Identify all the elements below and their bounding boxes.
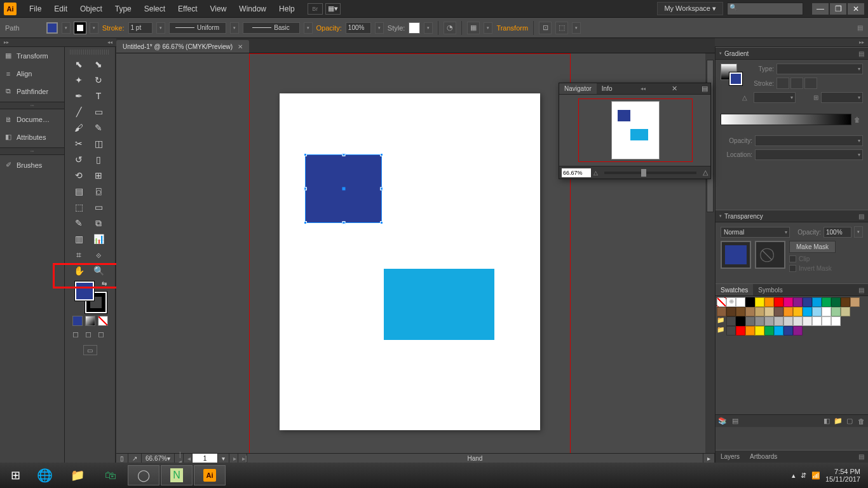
tool-12-0[interactable]: ⌗: [70, 248, 88, 262]
panel-pathfinder[interactable]: ⧉Pathfinder: [0, 83, 64, 100]
tool-2-0[interactable]: ✒: [70, 89, 88, 103]
swatch[interactable]: [841, 297, 850, 307]
panel-align[interactable]: ≡Align: [0, 65, 64, 83]
panel-menu-icon[interactable]: ▤: [855, 287, 868, 294]
tool-6-0[interactable]: ↺: [70, 152, 88, 166]
panel-brushes[interactable]: ✐Brushes: [0, 156, 64, 174]
window-restore-button[interactable]: ❐: [830, 3, 846, 15]
zoom-in-icon[interactable]: △: [703, 168, 708, 177]
swatch[interactable]: [774, 297, 783, 307]
swatch[interactable]: [726, 326, 736, 336]
view-export-icon[interactable]: ↗: [128, 454, 142, 463]
tool-0-0[interactable]: ⬉: [70, 57, 88, 71]
grad-stroke-in-icon[interactable]: [776, 78, 789, 89]
swatch[interactable]: [850, 297, 860, 307]
tray-more-icon[interactable]: ▴: [792, 471, 796, 480]
transparency-thumb[interactable]: [721, 241, 751, 269]
arrange-docs-icon[interactable]: ▦▾: [325, 3, 341, 15]
taskbar-illustrator-icon[interactable]: Ai: [194, 465, 226, 485]
swatch[interactable]: [803, 297, 812, 307]
left-dock-header[interactable]: ▸▸◂◂: [0, 38, 116, 47]
swatch[interactable]: [793, 316, 803, 326]
window-minimize-button[interactable]: —: [812, 3, 829, 15]
color-mode-icon[interactable]: [72, 316, 83, 326]
swatch[interactable]: [755, 316, 764, 326]
swatch[interactable]: [745, 307, 755, 316]
tab-artboards[interactable]: Artboards: [745, 451, 782, 463]
navigator-zoom-input[interactable]: 66.67%: [562, 168, 591, 177]
bridge-icon[interactable]: Br: [308, 3, 323, 15]
menu-view[interactable]: View: [204, 2, 233, 16]
gradient-aspect-input[interactable]: [821, 92, 863, 103]
menu-effect[interactable]: Effect: [172, 2, 203, 16]
draw-behind-icon[interactable]: ◻: [85, 330, 95, 340]
swatch[interactable]: [783, 297, 793, 307]
panel-close-icon[interactable]: ✕: [669, 85, 680, 93]
swatch[interactable]: [726, 307, 736, 316]
tool-5-0[interactable]: ✂: [70, 137, 88, 151]
tool-7-0[interactable]: ⟲: [70, 168, 88, 182]
artboard-prev-icon[interactable]: ◂: [184, 454, 193, 463]
swatch[interactable]: [822, 316, 831, 326]
tool-5-1[interactable]: ◫: [90, 137, 107, 151]
tab-info[interactable]: Info: [597, 83, 618, 94]
swatch[interactable]: [803, 307, 812, 316]
view-first-icon[interactable]: ▯: [116, 454, 128, 463]
isolate-icon[interactable]: ⊡: [539, 22, 552, 34]
tab-swatches[interactable]: Swatches: [715, 284, 753, 295]
transparency-panel-header[interactable]: ▾Transparency▤: [715, 210, 868, 222]
tool-7-1[interactable]: ⊞: [90, 168, 107, 182]
taskbar-store-icon[interactable]: 🛍: [95, 465, 126, 485]
optbar-menu-icon[interactable]: ▤: [857, 24, 863, 31]
swatch[interactable]: [755, 307, 764, 316]
clip-checkbox[interactable]: [789, 255, 796, 262]
navigator-panel[interactable]: Navigator Info ◂◂ ✕ ▤ 66.67% △ △: [559, 83, 711, 179]
swatch[interactable]: [812, 307, 822, 316]
fill-color-icon[interactable]: [75, 281, 94, 301]
panel-menu-icon[interactable]: ▤: [855, 453, 868, 460]
swatch[interactable]: [717, 307, 726, 316]
swatch[interactable]: [764, 326, 774, 336]
search-input[interactable]: [727, 3, 803, 15]
grad-stroke-across-icon[interactable]: [804, 78, 817, 89]
transparency-opacity-dd[interactable]: ▾: [854, 226, 863, 238]
select-similar-dd[interactable]: ▾: [572, 22, 581, 34]
tool-1-1[interactable]: ↻: [90, 73, 107, 87]
draw-inside-icon[interactable]: ◻: [98, 330, 108, 340]
opacity-dd[interactable]: ▾: [375, 22, 384, 34]
swatch[interactable]: [736, 326, 745, 336]
gradient-ramp[interactable]: [721, 114, 851, 125]
tray-network-icon[interactable]: ⇵: [801, 471, 806, 480]
swatch[interactable]: [812, 316, 822, 326]
swatch[interactable]: [793, 307, 803, 316]
start-button[interactable]: ⊞: [3, 465, 28, 485]
swatch[interactable]: [793, 326, 803, 336]
tool-4-1[interactable]: ✎: [90, 121, 107, 135]
workspace-switcher[interactable]: My Workspace ▾: [657, 2, 723, 15]
swatch[interactable]: [745, 297, 755, 307]
taskbar-chrome-icon[interactable]: ◯: [128, 465, 159, 485]
swatch[interactable]: [783, 326, 793, 336]
panel-menu-icon[interactable]: ▤: [699, 85, 710, 93]
screen-mode-icon[interactable]: ▭: [83, 345, 97, 355]
status-menu-icon[interactable]: ▸: [703, 454, 715, 463]
panel-menu-icon[interactable]: ▤: [858, 213, 864, 220]
swatch[interactable]: [755, 326, 764, 336]
tool-9-0[interactable]: ⬚: [70, 200, 88, 214]
stroke-label[interactable]: Stroke:: [102, 24, 125, 32]
swatch[interactable]: [755, 297, 764, 307]
taskbar-notepadpp-icon[interactable]: N: [161, 465, 193, 485]
tab-layers[interactable]: Layers: [715, 451, 745, 463]
right-dock-header[interactable]: ▸▸: [715, 38, 868, 47]
invert-mask-checkbox[interactable]: [789, 265, 796, 272]
taskbar-explorer-icon[interactable]: 📁: [62, 465, 93, 485]
swap-fill-stroke-icon[interactable]: ⇆: [102, 280, 107, 287]
menu-help[interactable]: Help: [273, 2, 301, 16]
fill-swatch[interactable]: [46, 22, 58, 34]
swatch[interactable]: [822, 307, 831, 316]
tab-navigator[interactable]: Navigator: [559, 83, 597, 94]
menu-type[interactable]: Type: [109, 2, 138, 16]
document-tab[interactable]: Untitled-1* @ 66.67% (CMYK/Preview) ✕: [116, 40, 249, 53]
tool-10-1[interactable]: ⧉: [90, 216, 107, 230]
grad-stroke-along-icon[interactable]: [790, 78, 803, 89]
